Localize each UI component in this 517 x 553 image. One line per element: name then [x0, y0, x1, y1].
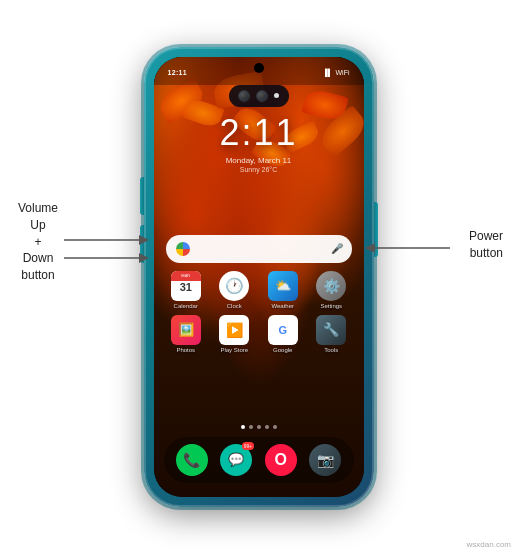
app-playstore[interactable]: ▶️ Play Store [215, 315, 253, 353]
bottom-dock: 📞 💬 99+ O 📷 [164, 437, 354, 483]
dot-1 [241, 425, 245, 429]
volume-arrow [64, 230, 154, 250]
settings-label: Settings [320, 303, 342, 309]
clock-icon: 🕐 [219, 271, 249, 301]
volume-up-button[interactable] [140, 177, 144, 215]
google-logo [176, 242, 190, 256]
clock-label: Clock [227, 303, 242, 309]
app-tools[interactable]: 🔧 Tools [312, 315, 350, 353]
app-row-1: MAR 31 Calendar 🕐 Clock ⛅ [162, 271, 356, 309]
weather-icon: ⛅ [268, 271, 298, 301]
camera-lens-1 [238, 90, 250, 102]
search-bar[interactable]: 🎤 [166, 235, 352, 263]
calendar-icon: MAR 31 [171, 271, 201, 301]
clock-weather: Sunny 26°C [154, 166, 364, 173]
settings-icon: ⚙️ [316, 271, 346, 301]
photos-label: Photos [176, 347, 195, 353]
playstore-label: Play Store [220, 347, 248, 353]
rear-camera [229, 85, 289, 107]
clock-area: 2:11 Monday, March 11 Sunny 26°C [154, 112, 364, 173]
app-calendar[interactable]: MAR 31 Calendar [167, 271, 205, 309]
dot-2 [249, 425, 253, 429]
camera-icon: 📷 [309, 444, 341, 476]
playstore-icon: ▶️ [219, 315, 249, 345]
power-button-label: Power button [469, 228, 503, 262]
app-photos[interactable]: 🖼️ Photos [167, 315, 205, 353]
screen-bezel: 12:11 ▐▌ WiFi 2:11 Monday, March 1 [154, 57, 364, 497]
dock-camera[interactable]: 📷 [309, 444, 341, 476]
clock-time: 2:11 [154, 112, 364, 154]
app-clock[interactable]: 🕐 Clock [215, 271, 253, 309]
messages-badge: 99+ [242, 442, 254, 450]
photos-icon: 🖼️ [171, 315, 201, 345]
status-time: 12:11 [168, 69, 187, 76]
svg-marker-1 [139, 235, 149, 245]
phone-screen: 12:11 ▐▌ WiFi 2:11 Monday, March 1 [154, 57, 364, 497]
dot-4 [265, 425, 269, 429]
dock-opera[interactable]: O [265, 444, 297, 476]
app-row-2: 🖼️ Photos ▶️ Play Store G Google [162, 315, 356, 353]
page-dots [154, 425, 364, 429]
punch-hole-camera [254, 63, 264, 73]
wifi-icon: WiFi [336, 69, 350, 76]
app-grid: MAR 31 Calendar 🕐 Clock ⛅ [154, 271, 364, 359]
svg-marker-5 [365, 243, 375, 253]
power-arrow [365, 238, 455, 258]
clock-date: Monday, March 11 [154, 156, 364, 165]
camera-lens-2 [256, 90, 268, 102]
status-icons: ▐▌ WiFi [323, 69, 350, 76]
app-google[interactable]: G Google [264, 315, 302, 353]
phone-body: 12:11 ▐▌ WiFi 2:11 Monday, March 1 [144, 47, 374, 507]
dock-phone[interactable]: 📞 [176, 444, 208, 476]
app-settings[interactable]: ⚙️ Settings [312, 271, 350, 309]
calendar-label: Calendar [174, 303, 198, 309]
weather-label: Weather [271, 303, 294, 309]
volume-down-arrow [64, 248, 154, 268]
dock-messages[interactable]: 💬 99+ [220, 444, 252, 476]
watermark: wsxdan.com [467, 540, 511, 549]
tools-icon: 🔧 [316, 315, 346, 345]
dot-5 [273, 425, 277, 429]
volume-button-label: Volume Up + Down button [18, 200, 58, 284]
app-weather[interactable]: ⛅ Weather [264, 271, 302, 309]
scene: Volume Up + Down button Power button [0, 0, 517, 553]
phone-icon: 📞 [176, 444, 208, 476]
microphone-icon[interactable]: 🎤 [332, 242, 342, 256]
opera-icon: O [265, 444, 297, 476]
signal-icon: ▐▌ [323, 69, 333, 76]
dot-3 [257, 425, 261, 429]
tools-label: Tools [324, 347, 338, 353]
status-bar: 12:11 ▐▌ WiFi [154, 57, 364, 85]
camera-flash [274, 93, 279, 98]
google-label: Google [273, 347, 292, 353]
svg-marker-3 [139, 253, 149, 263]
google-app-icon: G [268, 315, 298, 345]
